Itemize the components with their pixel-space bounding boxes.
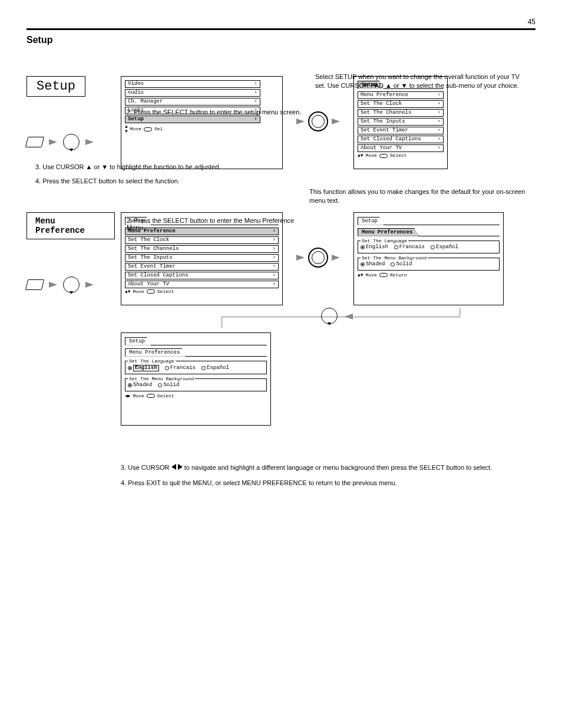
- radio-option[interactable]: Español: [201, 365, 229, 371]
- select-button-icon: [308, 248, 328, 268]
- arrow-right-icon: [296, 255, 305, 261]
- radio-option[interactable]: Solid: [391, 262, 412, 267]
- hint-move: Move: [366, 153, 377, 158]
- page-number: 45: [27, 18, 535, 26]
- crumb-menu-preferences: Menu Preferences: [125, 348, 186, 357]
- hint-sel: Sel: [154, 127, 163, 131]
- menu-item[interactable]: Set The Inputs›: [125, 254, 279, 262]
- radio-option[interactable]: Shaded: [128, 383, 152, 388]
- arrow-right-icon: [49, 282, 57, 288]
- step2-text: 2. Press the SELECT button to enter the …: [127, 108, 303, 116]
- section2-step2: 2. Press the SELECT button to enter the …: [127, 217, 303, 231]
- language-legend: Set The Language: [128, 359, 176, 364]
- section2-step3b: to navigate and highlight a different la…: [184, 464, 492, 471]
- section2-step3a: 3. Use CURSOR: [121, 464, 171, 471]
- background-legend: Set The Menu Background: [128, 377, 195, 381]
- menu-item[interactable]: Set The Inputs›: [358, 118, 444, 126]
- menu-item[interactable]: Set The Channels›: [358, 109, 444, 117]
- menu-item[interactable]: Ch. Manager›: [125, 98, 260, 106]
- menu-item[interactable]: Set The Clock›: [125, 236, 279, 244]
- language-fieldset: Set The Language EnglishFrancaisEspañol: [125, 359, 267, 374]
- select-button-icon: [308, 111, 328, 131]
- background-legend: Set The Menu Background: [361, 256, 428, 261]
- menu-button-icon: [25, 279, 44, 290]
- language-legend: Set The Language: [361, 239, 408, 243]
- menu-item[interactable]: Set The Clock›: [358, 100, 444, 108]
- radio-option[interactable]: Francais: [394, 245, 425, 250]
- osd-menu-preferences-select: Setup Menu Preferences Set The Language …: [121, 332, 271, 426]
- arrow-right-icon: [296, 118, 305, 124]
- menu-item[interactable]: About Your TV›: [125, 281, 279, 288]
- hint-sel: Select: [390, 153, 407, 158]
- radio-option[interactable]: English: [128, 365, 159, 371]
- cursor-pad-icon: [63, 134, 80, 150]
- section2-step4: 4. Press EXIT to quit the MENU, or selec…: [121, 479, 533, 488]
- section2-step1: This function allows you to make changes…: [309, 187, 533, 206]
- radio-option[interactable]: Solid: [158, 383, 179, 388]
- radio-option[interactable]: Shaded: [361, 262, 385, 267]
- arrow-right-icon: [332, 118, 340, 124]
- menu-item[interactable]: Set Closed Captions›: [358, 136, 444, 143]
- page-title: Setup: [27, 35, 535, 45]
- crumb-setup: Setup: [125, 337, 151, 345]
- arrow-left-icon: [345, 314, 353, 319]
- divider: [27, 28, 535, 30]
- hint-move: Move: [133, 289, 144, 294]
- arrow-right-icon: [85, 139, 94, 145]
- hint-sel: Select: [157, 394, 174, 398]
- background-fieldset: Set The Menu Background ShadedSolid: [125, 377, 267, 391]
- osd-main-menu: Video›Audio›Ch. Manager›Locks›Setup› ▲▼ …: [121, 76, 283, 169]
- background-fieldset: Set The Menu Background ShadedSolid: [358, 256, 500, 271]
- menu-item[interactable]: About Your TV›: [358, 144, 444, 152]
- crumb-menu-preferences: Menu Preferences: [358, 228, 419, 236]
- arrow-right-icon: [85, 282, 94, 288]
- setup-label: Setup: [27, 76, 85, 97]
- crumb-setup: Setup: [358, 217, 384, 225]
- step1-text: Select SETUP when you want to change the…: [315, 73, 527, 91]
- language-fieldset: Set The Language EnglishFrancaisEspañol: [358, 239, 500, 253]
- hint-return: Return: [390, 273, 407, 278]
- radio-option[interactable]: Francais: [165, 365, 196, 371]
- cursor-pad-icon: [63, 276, 80, 293]
- hint-sel: Select: [157, 289, 174, 294]
- menu-item[interactable]: Set Event Timer›: [358, 127, 444, 134]
- menu-item[interactable]: Set Event Timer›: [125, 263, 279, 271]
- cursor-left-icon: [171, 464, 176, 470]
- menu-item[interactable]: Set Closed Captions›: [125, 272, 279, 279]
- menu-preference-label: Menu Preference: [27, 212, 115, 239]
- step4-text: 4. Press the SELECT button to select the…: [35, 177, 535, 186]
- menu-button-icon: [25, 137, 44, 147]
- radio-option[interactable]: English: [361, 245, 388, 250]
- arrow-right-icon: [49, 139, 57, 145]
- menu-item[interactable]: Set The Channels›: [125, 245, 279, 253]
- hint-move: Move: [133, 394, 144, 398]
- arrow-right-icon: [332, 255, 340, 261]
- menu-item[interactable]: Audio›: [125, 89, 260, 97]
- cursor-right-icon: [178, 464, 183, 470]
- radio-option[interactable]: Español: [431, 245, 458, 250]
- menu-item[interactable]: Video›: [125, 80, 260, 88]
- osd-menu-preferences: Setup Menu Preferences Set The Language …: [353, 212, 504, 305]
- hint-move: Move: [366, 273, 377, 278]
- hint-move: Move: [130, 127, 141, 131]
- menu-item[interactable]: Setup›: [125, 116, 260, 123]
- cursor-pad-icon: [321, 308, 338, 324]
- menu-item[interactable]: Menu Preference›: [358, 91, 444, 99]
